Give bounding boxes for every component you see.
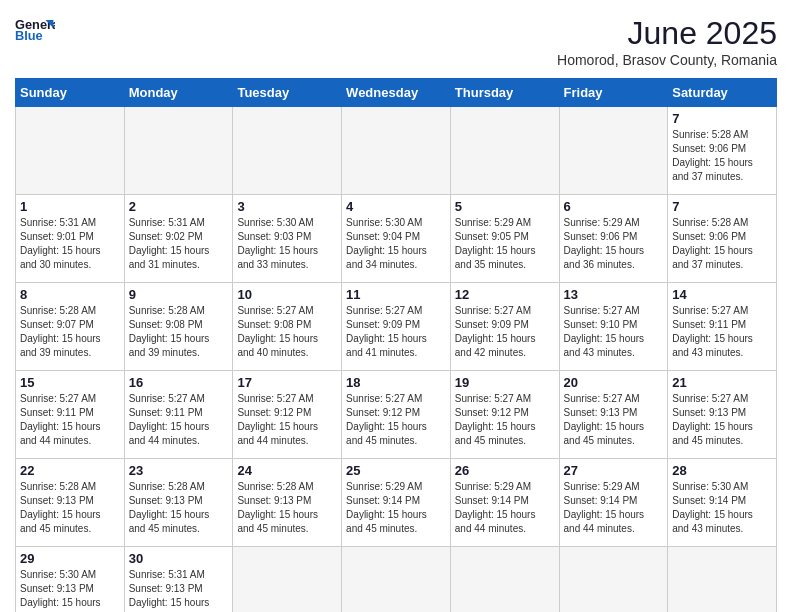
calendar-cell bbox=[559, 107, 668, 195]
day-info: Sunrise: 5:30 AMSunset: 9:03 PMDaylight:… bbox=[237, 216, 337, 272]
day-number: 14 bbox=[672, 287, 772, 302]
day-info: Sunrise: 5:27 AMSunset: 9:08 PMDaylight:… bbox=[237, 304, 337, 360]
day-number: 8 bbox=[20, 287, 120, 302]
day-info: Sunrise: 5:27 AMSunset: 9:09 PMDaylight:… bbox=[346, 304, 446, 360]
calendar-week-row: 29Sunrise: 5:30 AMSunset: 9:13 PMDayligh… bbox=[16, 547, 777, 613]
logo-icon: General Blue bbox=[15, 15, 55, 45]
location-subtitle: Homorod, Brasov County, Romania bbox=[557, 52, 777, 68]
day-info: Sunrise: 5:27 AMSunset: 9:12 PMDaylight:… bbox=[346, 392, 446, 448]
day-info: Sunrise: 5:28 AMSunset: 9:07 PMDaylight:… bbox=[20, 304, 120, 360]
svg-text:Blue: Blue bbox=[15, 28, 43, 43]
day-number: 7 bbox=[672, 111, 772, 126]
calendar-cell: 7Sunrise: 5:28 AMSunset: 9:06 PMDaylight… bbox=[668, 195, 777, 283]
day-number: 19 bbox=[455, 375, 555, 390]
calendar-cell: 24Sunrise: 5:28 AMSunset: 9:13 PMDayligh… bbox=[233, 459, 342, 547]
calendar-cell bbox=[342, 547, 451, 613]
calendar-cell: 19Sunrise: 5:27 AMSunset: 9:12 PMDayligh… bbox=[450, 371, 559, 459]
calendar-cell: 10Sunrise: 5:27 AMSunset: 9:08 PMDayligh… bbox=[233, 283, 342, 371]
calendar-cell: 15Sunrise: 5:27 AMSunset: 9:11 PMDayligh… bbox=[16, 371, 125, 459]
calendar-week-row: 7Sunrise: 5:28 AMSunset: 9:06 PMDaylight… bbox=[16, 107, 777, 195]
calendar-cell bbox=[16, 107, 125, 195]
col-friday: Friday bbox=[559, 79, 668, 107]
calendar-cell: 25Sunrise: 5:29 AMSunset: 9:14 PMDayligh… bbox=[342, 459, 451, 547]
calendar-cell: 30Sunrise: 5:31 AMSunset: 9:13 PMDayligh… bbox=[124, 547, 233, 613]
calendar-week-row: 1Sunrise: 5:31 AMSunset: 9:01 PMDaylight… bbox=[16, 195, 777, 283]
calendar-cell bbox=[450, 547, 559, 613]
day-info: Sunrise: 5:29 AMSunset: 9:14 PMDaylight:… bbox=[455, 480, 555, 536]
calendar-cell: 6Sunrise: 5:29 AMSunset: 9:06 PMDaylight… bbox=[559, 195, 668, 283]
calendar-cell: 12Sunrise: 5:27 AMSunset: 9:09 PMDayligh… bbox=[450, 283, 559, 371]
calendar-cell: 7Sunrise: 5:28 AMSunset: 9:06 PMDaylight… bbox=[668, 107, 777, 195]
day-info: Sunrise: 5:27 AMSunset: 9:11 PMDaylight:… bbox=[20, 392, 120, 448]
col-tuesday: Tuesday bbox=[233, 79, 342, 107]
col-sunday: Sunday bbox=[16, 79, 125, 107]
day-number: 29 bbox=[20, 551, 120, 566]
day-number: 30 bbox=[129, 551, 229, 566]
day-info: Sunrise: 5:29 AMSunset: 9:14 PMDaylight:… bbox=[564, 480, 664, 536]
day-info: Sunrise: 5:28 AMSunset: 9:06 PMDaylight:… bbox=[672, 216, 772, 272]
calendar-cell bbox=[124, 107, 233, 195]
calendar-cell: 17Sunrise: 5:27 AMSunset: 9:12 PMDayligh… bbox=[233, 371, 342, 459]
calendar-cell: 26Sunrise: 5:29 AMSunset: 9:14 PMDayligh… bbox=[450, 459, 559, 547]
day-number: 2 bbox=[129, 199, 229, 214]
day-info: Sunrise: 5:31 AMSunset: 9:13 PMDaylight:… bbox=[129, 568, 229, 612]
day-info: Sunrise: 5:30 AMSunset: 9:04 PMDaylight:… bbox=[346, 216, 446, 272]
calendar-cell: 28Sunrise: 5:30 AMSunset: 9:14 PMDayligh… bbox=[668, 459, 777, 547]
calendar-week-row: 15Sunrise: 5:27 AMSunset: 9:11 PMDayligh… bbox=[16, 371, 777, 459]
col-thursday: Thursday bbox=[450, 79, 559, 107]
day-info: Sunrise: 5:27 AMSunset: 9:09 PMDaylight:… bbox=[455, 304, 555, 360]
calendar-cell: 29Sunrise: 5:30 AMSunset: 9:13 PMDayligh… bbox=[16, 547, 125, 613]
day-number: 25 bbox=[346, 463, 446, 478]
day-info: Sunrise: 5:31 AMSunset: 9:01 PMDaylight:… bbox=[20, 216, 120, 272]
calendar-table: Sunday Monday Tuesday Wednesday Thursday… bbox=[15, 78, 777, 612]
calendar-cell: 22Sunrise: 5:28 AMSunset: 9:13 PMDayligh… bbox=[16, 459, 125, 547]
day-info: Sunrise: 5:27 AMSunset: 9:11 PMDaylight:… bbox=[672, 304, 772, 360]
day-number: 15 bbox=[20, 375, 120, 390]
calendar-cell: 14Sunrise: 5:27 AMSunset: 9:11 PMDayligh… bbox=[668, 283, 777, 371]
day-number: 10 bbox=[237, 287, 337, 302]
day-number: 12 bbox=[455, 287, 555, 302]
day-info: Sunrise: 5:29 AMSunset: 9:05 PMDaylight:… bbox=[455, 216, 555, 272]
day-info: Sunrise: 5:27 AMSunset: 9:12 PMDaylight:… bbox=[455, 392, 555, 448]
calendar-cell: 5Sunrise: 5:29 AMSunset: 9:05 PMDaylight… bbox=[450, 195, 559, 283]
calendar-cell: 11Sunrise: 5:27 AMSunset: 9:09 PMDayligh… bbox=[342, 283, 451, 371]
calendar-cell bbox=[668, 547, 777, 613]
day-number: 11 bbox=[346, 287, 446, 302]
day-number: 6 bbox=[564, 199, 664, 214]
calendar-cell: 1Sunrise: 5:31 AMSunset: 9:01 PMDaylight… bbox=[16, 195, 125, 283]
calendar-cell bbox=[450, 107, 559, 195]
calendar-cell: 18Sunrise: 5:27 AMSunset: 9:12 PMDayligh… bbox=[342, 371, 451, 459]
col-wednesday: Wednesday bbox=[342, 79, 451, 107]
day-info: Sunrise: 5:30 AMSunset: 9:14 PMDaylight:… bbox=[672, 480, 772, 536]
calendar-cell: 9Sunrise: 5:28 AMSunset: 9:08 PMDaylight… bbox=[124, 283, 233, 371]
day-number: 21 bbox=[672, 375, 772, 390]
col-saturday: Saturday bbox=[668, 79, 777, 107]
day-number: 23 bbox=[129, 463, 229, 478]
calendar-header-row: Sunday Monday Tuesday Wednesday Thursday… bbox=[16, 79, 777, 107]
day-number: 13 bbox=[564, 287, 664, 302]
day-info: Sunrise: 5:27 AMSunset: 9:13 PMDaylight:… bbox=[672, 392, 772, 448]
day-number: 24 bbox=[237, 463, 337, 478]
day-number: 28 bbox=[672, 463, 772, 478]
calendar-cell bbox=[233, 107, 342, 195]
day-info: Sunrise: 5:27 AMSunset: 9:13 PMDaylight:… bbox=[564, 392, 664, 448]
day-number: 9 bbox=[129, 287, 229, 302]
calendar-week-row: 22Sunrise: 5:28 AMSunset: 9:13 PMDayligh… bbox=[16, 459, 777, 547]
day-info: Sunrise: 5:29 AMSunset: 9:14 PMDaylight:… bbox=[346, 480, 446, 536]
logo: General Blue bbox=[15, 15, 55, 45]
day-number: 4 bbox=[346, 199, 446, 214]
calendar-cell: 20Sunrise: 5:27 AMSunset: 9:13 PMDayligh… bbox=[559, 371, 668, 459]
calendar-cell bbox=[342, 107, 451, 195]
calendar-cell: 3Sunrise: 5:30 AMSunset: 9:03 PMDaylight… bbox=[233, 195, 342, 283]
day-number: 27 bbox=[564, 463, 664, 478]
day-number: 17 bbox=[237, 375, 337, 390]
day-info: Sunrise: 5:28 AMSunset: 9:13 PMDaylight:… bbox=[237, 480, 337, 536]
day-number: 18 bbox=[346, 375, 446, 390]
day-info: Sunrise: 5:28 AMSunset: 9:08 PMDaylight:… bbox=[129, 304, 229, 360]
day-number: 22 bbox=[20, 463, 120, 478]
day-number: 20 bbox=[564, 375, 664, 390]
day-info: Sunrise: 5:30 AMSunset: 9:13 PMDaylight:… bbox=[20, 568, 120, 612]
calendar-cell: 13Sunrise: 5:27 AMSunset: 9:10 PMDayligh… bbox=[559, 283, 668, 371]
calendar-cell: 23Sunrise: 5:28 AMSunset: 9:13 PMDayligh… bbox=[124, 459, 233, 547]
day-info: Sunrise: 5:29 AMSunset: 9:06 PMDaylight:… bbox=[564, 216, 664, 272]
